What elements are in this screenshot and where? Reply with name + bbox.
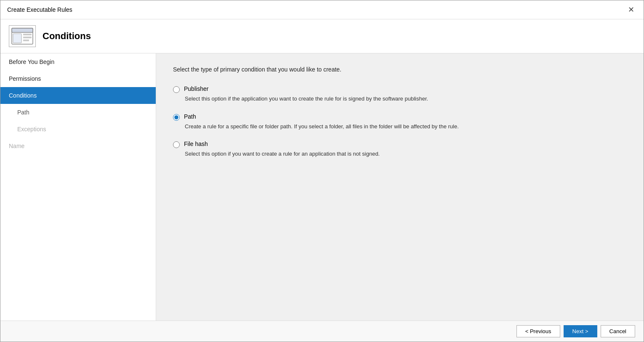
svg-rect-1 (12, 28, 33, 32)
cancel-button[interactable]: Cancel (601, 325, 635, 337)
option-label-file-hash: File hash (184, 141, 208, 147)
sidebar-item-permissions[interactable]: Permissions (0, 70, 156, 87)
header-section: Conditions (0, 19, 644, 53)
dialog-window: Create Executable Rules ✕ Conditions Bef… (0, 0, 644, 342)
header-icon (9, 25, 36, 47)
radio-file-hash[interactable] (173, 141, 180, 148)
svg-rect-4 (23, 37, 32, 38)
sidebar-item-path[interactable]: Path (0, 104, 156, 121)
footer: < Previous Next > Cancel (0, 321, 644, 342)
close-button[interactable]: ✕ (625, 4, 637, 16)
option-row-publisher: Publisher (173, 85, 627, 93)
option-item-publisher: PublisherSelect this option if the appli… (173, 85, 627, 103)
option-group: PublisherSelect this option if the appli… (173, 85, 627, 158)
next-button[interactable]: Next > (564, 325, 597, 337)
title-bar: Create Executable Rules ✕ (0, 0, 644, 19)
radio-publisher[interactable] (173, 86, 180, 93)
svg-rect-3 (23, 34, 32, 35)
option-row-file-hash: File hash (173, 141, 627, 148)
sidebar: Before You BeginPermissionsConditionsPat… (0, 53, 156, 321)
option-label-publisher: Publisher (184, 85, 208, 92)
previous-button[interactable]: < Previous (516, 325, 560, 337)
sidebar-item-name: Name (0, 138, 156, 154)
option-item-file-hash: File hashSelect this option if you want … (173, 141, 627, 158)
content-area: Before You BeginPermissionsConditionsPat… (0, 53, 644, 321)
option-desc-path: Create a rule for a specific file or fol… (173, 122, 627, 131)
svg-rect-2 (13, 34, 21, 43)
wizard-icon (11, 28, 33, 45)
option-desc-file-hash: Select this option if you want to create… (173, 150, 627, 158)
dialog-title: Create Executable Rules (7, 6, 72, 13)
option-item-path: PathCreate a rule for a specific file or… (173, 113, 627, 131)
sidebar-item-before-you-begin[interactable]: Before You Begin (0, 53, 156, 70)
sidebar-item-conditions[interactable]: Conditions (0, 87, 156, 104)
page-title: Conditions (43, 31, 91, 42)
radio-path[interactable] (173, 114, 180, 121)
svg-rect-5 (23, 40, 29, 41)
main-panel: Select the type of primary condition tha… (156, 53, 644, 321)
sidebar-item-exceptions: Exceptions (0, 121, 156, 138)
option-label-path: Path (184, 113, 196, 120)
option-desc-publisher: Select this option if the application yo… (173, 95, 627, 103)
description-text: Select the type of primary condition tha… (173, 66, 627, 73)
option-row-path: Path (173, 113, 627, 121)
